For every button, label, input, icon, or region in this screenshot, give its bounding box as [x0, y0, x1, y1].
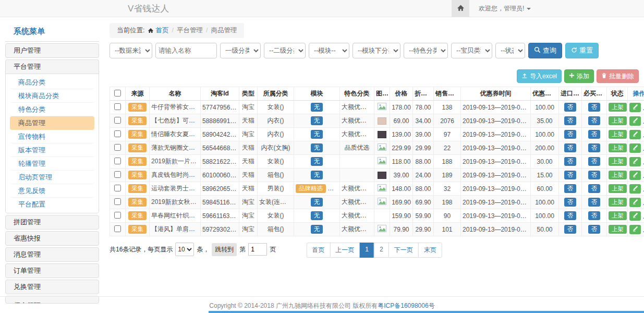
- status-badge[interactable]: 上架: [609, 116, 627, 126]
- edit-button[interactable]: [629, 225, 641, 234]
- sidebar-item[interactable]: 启动页管理: [10, 171, 94, 184]
- must-buy-badge[interactable]: 否: [588, 116, 601, 126]
- user-menu[interactable]: 欢迎您，管理员!: [479, 4, 531, 13]
- edit-button[interactable]: [629, 103, 641, 112]
- edit-button[interactable]: [629, 157, 641, 166]
- name-search-input[interactable]: [155, 43, 217, 58]
- edit-button[interactable]: [629, 184, 641, 194]
- edit-button[interactable]: [629, 116, 641, 126]
- home-button[interactable]: [452, 0, 469, 17]
- must-buy-badge[interactable]: 否: [588, 171, 601, 180]
- row-checkbox[interactable]: [114, 158, 121, 164]
- import-excel-button[interactable]: 导入excel: [517, 69, 562, 83]
- status-badge[interactable]: 上架: [609, 103, 627, 112]
- sidebar-section-toggle[interactable]: 佣金管理: [6, 296, 99, 303]
- sidebar-item[interactable]: 意见反馈: [10, 184, 94, 198]
- import-select-badge[interactable]: 否: [564, 130, 577, 139]
- horizontal-scrollbar[interactable]: [209, 311, 644, 313]
- sidebar-section-toggle[interactable]: 用户管理: [6, 44, 99, 57]
- must-buy-badge[interactable]: 否: [588, 157, 601, 166]
- edit-button[interactable]: [629, 171, 641, 180]
- filter-select[interactable]: --数据来源--: [110, 43, 152, 58]
- must-buy-badge[interactable]: 否: [588, 198, 601, 207]
- row-checkbox[interactable]: [114, 171, 121, 178]
- filter-select[interactable]: 一级分类: [220, 43, 261, 58]
- import-select-badge[interactable]: 否: [564, 116, 577, 126]
- source-badge: 采集: [128, 184, 147, 194]
- sidebar-item[interactable]: 平台配置: [10, 198, 94, 211]
- must-buy-badge[interactable]: 否: [588, 184, 601, 194]
- jump-page-input[interactable]: [248, 243, 267, 256]
- page-button[interactable]: 末页: [418, 243, 442, 258]
- icp-link[interactable]: 粤ICP备16098006号: [378, 302, 434, 309]
- sidebar-section-toggle[interactable]: 平台管理: [6, 60, 99, 74]
- add-button[interactable]: 添加: [564, 69, 594, 83]
- filter-select[interactable]: --状态--: [495, 43, 525, 58]
- status-badge[interactable]: 上架: [609, 143, 627, 153]
- must-buy-badge[interactable]: 否: [588, 130, 601, 139]
- page-button[interactable]: 2: [374, 243, 389, 258]
- status-badge[interactable]: 上架: [609, 225, 627, 234]
- row-checkbox[interactable]: [114, 212, 121, 219]
- sidebar-section-toggle[interactable]: 兑换管理: [6, 280, 99, 294]
- sidebar-item[interactable]: 轮播管理: [10, 157, 94, 171]
- edit-button[interactable]: [629, 130, 641, 139]
- import-select-badge[interactable]: 否: [564, 198, 577, 207]
- edit-button[interactable]: [629, 211, 641, 221]
- reset-button[interactable]: 重置: [565, 43, 599, 58]
- sidebar-section-toggle[interactable]: 消息管理: [6, 248, 99, 261]
- status-badge[interactable]: 上架: [609, 157, 627, 166]
- page-button[interactable]: 上一页: [330, 243, 360, 258]
- sidebar-item[interactable]: 版本管理: [10, 143, 94, 157]
- import-select-badge[interactable]: 否: [564, 211, 577, 221]
- sidebar-item[interactable]: 模块商品分类: [10, 89, 94, 103]
- must-buy-badge[interactable]: 否: [588, 103, 601, 112]
- must-buy-badge[interactable]: 否: [588, 143, 601, 153]
- filter-select[interactable]: --模块下分类--: [353, 43, 400, 58]
- row-checkbox[interactable]: [114, 130, 121, 137]
- sidebar-item[interactable]: 商品分类: [10, 76, 94, 89]
- status-badge[interactable]: 上架: [609, 130, 627, 139]
- page-button[interactable]: 下一页: [388, 243, 419, 258]
- jump-button[interactable]: 跳转到: [212, 243, 237, 256]
- sidebar-item[interactable]: 商品管理: [10, 116, 94, 130]
- import-select-badge[interactable]: 否: [564, 184, 577, 194]
- status-badge[interactable]: 上架: [609, 211, 627, 221]
- product-category: 箱包(): [258, 223, 294, 236]
- status-badge[interactable]: 上架: [609, 184, 627, 194]
- must-buy-badge[interactable]: 否: [588, 211, 601, 221]
- import-select-badge[interactable]: 否: [564, 143, 577, 153]
- filter-select[interactable]: --特色分类--: [404, 43, 448, 58]
- page-button[interactable]: 1: [359, 243, 374, 258]
- sidebar-item[interactable]: 宣传物料: [10, 130, 94, 143]
- search-button[interactable]: 查询: [528, 43, 562, 58]
- filter-select[interactable]: --宝贝类型--: [451, 43, 492, 58]
- breadcrumb-home-link[interactable]: 首页: [155, 27, 168, 34]
- import-select-badge[interactable]: 否: [564, 171, 577, 180]
- import-select-badge[interactable]: 否: [564, 225, 577, 234]
- sidebar-item[interactable]: 特色分类: [10, 103, 94, 116]
- edit-icon: [632, 158, 639, 165]
- row-checkbox[interactable]: [114, 185, 121, 191]
- status-badge[interactable]: 上架: [609, 198, 627, 207]
- row-checkbox[interactable]: [114, 225, 121, 232]
- row-checkbox[interactable]: [114, 144, 121, 151]
- import-select-badge[interactable]: 否: [564, 157, 577, 166]
- sidebar-section-toggle[interactable]: 拼团管理: [6, 215, 99, 229]
- page-size-select[interactable]: 10: [175, 243, 194, 256]
- batch-delete-button[interactable]: 批量删除: [597, 69, 639, 83]
- filter-select[interactable]: --二级分类--: [264, 43, 306, 58]
- must-buy-badge[interactable]: 否: [588, 225, 601, 234]
- row-checkbox[interactable]: [114, 198, 121, 205]
- page-button[interactable]: 首页: [306, 243, 330, 258]
- edit-button[interactable]: [629, 143, 641, 153]
- filter-select[interactable]: --模块--: [309, 43, 349, 58]
- select-all-checkbox[interactable]: [114, 90, 121, 97]
- edit-button[interactable]: [629, 198, 641, 207]
- import-select-badge[interactable]: 否: [564, 103, 577, 112]
- sidebar-section-toggle[interactable]: 省惠快报: [6, 232, 99, 245]
- row-checkbox[interactable]: [114, 103, 121, 110]
- row-checkbox[interactable]: [114, 117, 121, 124]
- sidebar-section-toggle[interactable]: 订单管理: [6, 264, 99, 278]
- status-badge[interactable]: 上架: [609, 171, 627, 180]
